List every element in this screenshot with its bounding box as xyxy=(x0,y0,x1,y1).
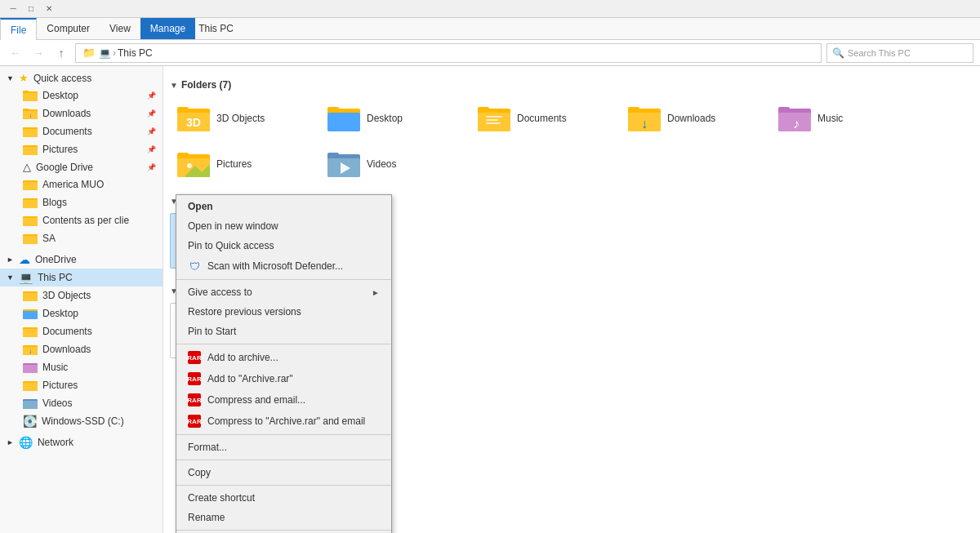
sidebar-this-pc[interactable]: ▼ 💻 This PC xyxy=(0,269,163,286)
address-path[interactable]: 📁 💻 › This PC xyxy=(75,43,822,63)
svg-rect-29 xyxy=(23,365,38,373)
ribbon-tabs: File Computer View Manage This PC xyxy=(0,18,980,39)
sidebar-sa-label: SA xyxy=(42,233,56,244)
sidebar-docs-pc-label: Documents xyxy=(42,326,92,337)
ctx-compress-rar-email-label: Compress to "Archive.rar" and email xyxy=(207,415,365,427)
chevron-right-icon2: ► xyxy=(7,438,14,446)
pics-folder-icon xyxy=(23,143,38,156)
folder-item-3dobjects[interactable]: 3D 3D Objects xyxy=(170,97,317,140)
ctx-format[interactable]: Format... xyxy=(176,438,391,457)
sidebar-network[interactable]: ► 🌐 Network xyxy=(0,433,163,451)
pin-icon-doc: 📌 xyxy=(147,127,156,135)
sidebar-pictures-pc[interactable]: Pictures xyxy=(0,376,163,394)
sidebar-quick-access-label: Quick access xyxy=(33,73,91,84)
ctx-create-shortcut[interactable]: Create shortcut xyxy=(176,488,391,508)
svg-point-58 xyxy=(187,163,192,168)
minimize-icon[interactable]: ─ xyxy=(7,2,20,16)
ctx-add-archive-rar[interactable]: RAR Add to "Archive.rar" xyxy=(176,368,391,389)
svg-rect-44 xyxy=(486,116,502,118)
ctx-give-access[interactable]: Give access to ► xyxy=(176,282,391,302)
svg-rect-42 xyxy=(478,113,510,131)
rar-icon-4: RAR xyxy=(188,415,201,428)
address-this-pc-icon: 💻 xyxy=(99,47,111,59)
svg-rect-12 xyxy=(23,182,38,190)
ctx-format-label: Format... xyxy=(188,442,227,453)
sidebar-blogs-label: Blogs xyxy=(42,197,67,208)
folder-icon-vid xyxy=(23,397,38,410)
docs-folder-icon xyxy=(23,125,38,138)
svg-text:↓: ↓ xyxy=(29,112,32,119)
sidebar-music-pc[interactable]: Music xyxy=(0,358,163,376)
sidebar-docs-pc[interactable]: Documents xyxy=(0,322,163,340)
sidebar-item-sa[interactable]: SA xyxy=(0,229,163,247)
sidebar-item-desktop[interactable]: Desktop 📌 xyxy=(0,87,163,104)
chevron-down-icon2: ▼ xyxy=(7,273,14,282)
sidebar-network-label: Network xyxy=(38,437,74,448)
sidebar-desktop-pc[interactable]: Desktop xyxy=(0,304,163,322)
sidebar-windows-ssd-label: Windows-SSD (C:) xyxy=(42,415,124,427)
svg-rect-62 xyxy=(327,153,339,158)
folder-item-desktop[interactable]: Desktop xyxy=(320,97,467,140)
svg-rect-31 xyxy=(23,383,38,391)
ctx-compress-email[interactable]: RAR Compress and email... xyxy=(176,389,391,411)
sidebar-item-blogs[interactable]: Blogs xyxy=(0,193,163,211)
folder-item-pictures[interactable]: Pictures xyxy=(170,143,317,185)
sidebar-3dobjects[interactable]: 3D Objects xyxy=(0,286,163,304)
sidebar-item-google-drive[interactable]: △ Google Drive 📌 xyxy=(0,158,163,175)
folder-3d-name: 3D Objects xyxy=(216,113,265,124)
sidebar-item-downloads[interactable]: ↓ Downloads 📌 xyxy=(0,104,163,122)
rar-icon-2: RAR xyxy=(188,372,201,385)
drive-c-icon: 💽 xyxy=(23,415,37,428)
sidebar-onedrive[interactable]: ► ☁ OneDrive xyxy=(0,251,163,269)
sidebar-videos-pc[interactable]: Videos xyxy=(0,394,163,412)
sidebar-desktop-pc-label: Desktop xyxy=(42,308,78,319)
folder-videos-name: Videos xyxy=(367,158,396,170)
forward-button[interactable]: → xyxy=(29,44,47,62)
sidebar-item-america-muo[interactable]: America MUO xyxy=(0,175,163,193)
maximize-icon[interactable]: □ xyxy=(24,2,38,16)
ctx-add-archive[interactable]: RAR Add to archive... xyxy=(176,347,391,368)
ctx-pin-start[interactable]: Pin to Start xyxy=(176,322,391,341)
sidebar-desktop-label: Desktop xyxy=(42,90,78,101)
ctx-open[interactable]: Open xyxy=(176,197,391,216)
ctx-rename[interactable]: Rename xyxy=(176,508,391,527)
svg-rect-5 xyxy=(23,109,29,111)
sidebar-windows-ssd[interactable]: 💽 Windows-SSD (C:) xyxy=(0,412,163,430)
svg-rect-10 xyxy=(23,147,38,155)
search-box[interactable]: 🔍 Search This PC xyxy=(826,43,973,63)
ctx-give-access-label: Give access to xyxy=(188,286,252,298)
ctx-scan-defender[interactable]: 🛡 Scan with Microsoft Defender... xyxy=(176,255,391,277)
sidebar-item-pictures[interactable]: Pictures 📌 xyxy=(0,140,163,158)
folders-section-header[interactable]: ▼ Folders (7) xyxy=(170,79,973,91)
folder-pictures-name: Pictures xyxy=(216,158,252,170)
sidebar-downloads-pc[interactable]: ↓ Downloads xyxy=(0,340,163,358)
sidebar-item-contents[interactable]: Contents as per clie xyxy=(0,211,163,229)
close-icon[interactable]: ✕ xyxy=(42,2,56,16)
folder-big-docs xyxy=(478,104,510,133)
folder-item-music[interactable]: ♪ Music xyxy=(771,97,918,140)
folder-item-videos[interactable]: Videos xyxy=(320,143,467,185)
folder-item-documents[interactable]: Documents xyxy=(470,97,617,140)
tab-file[interactable]: File xyxy=(0,18,37,40)
sidebar-this-pc-label: This PC xyxy=(38,272,73,283)
ctx-copy[interactable]: Copy xyxy=(176,463,391,482)
tab-manage[interactable]: Manage xyxy=(140,18,195,39)
sidebar-documents-label: Documents xyxy=(42,126,92,137)
svg-rect-57 xyxy=(177,153,189,158)
ctx-open-new-window[interactable]: Open in new window xyxy=(176,216,391,236)
ctx-restore[interactable]: Restore previous versions xyxy=(176,302,391,322)
ctx-pin-quick[interactable]: Pin to Quick access xyxy=(176,236,391,255)
sidebar-downloads-label: Downloads xyxy=(42,108,91,119)
pin-icon: 📌 xyxy=(147,91,156,100)
up-button[interactable]: ↑ xyxy=(52,44,70,62)
sidebar-item-documents[interactable]: Documents 📌 xyxy=(0,122,163,140)
ctx-sep-4 xyxy=(176,460,391,460)
back-button[interactable]: ← xyxy=(7,44,24,62)
folder-big-pics xyxy=(177,149,210,179)
ctx-compress-rar-email[interactable]: RAR Compress to "Archive.rar" and email xyxy=(176,411,391,432)
ctx-scan-defender-label: Scan with Microsoft Defender... xyxy=(207,260,343,272)
tab-view[interactable]: View xyxy=(100,18,140,39)
sidebar-quick-access[interactable]: ▼ ★ Quick access xyxy=(0,69,163,87)
tab-computer[interactable]: Computer xyxy=(37,18,100,39)
folder-item-downloads[interactable]: ↓ Downloads xyxy=(621,97,768,140)
